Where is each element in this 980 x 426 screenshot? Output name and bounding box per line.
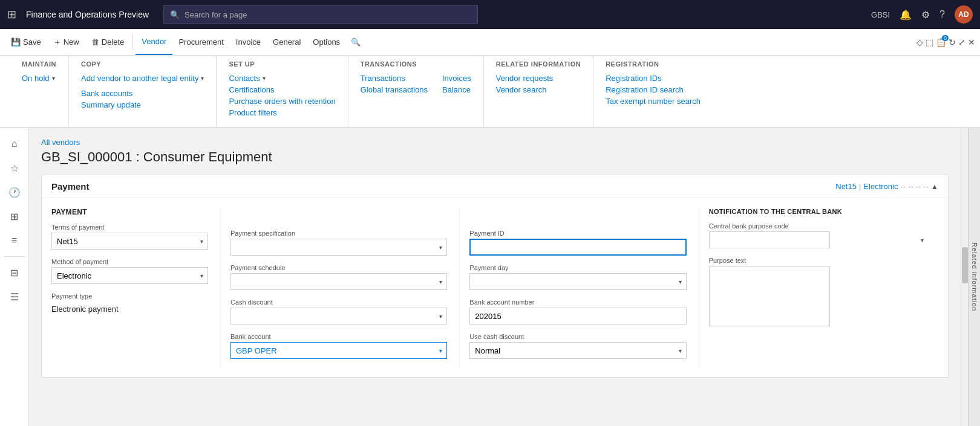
- tab-invoice[interactable]: Invoice: [230, 29, 267, 55]
- cash-discount-group: Cash discount ▾: [230, 299, 447, 324]
- main-layout: ⌂ ☆ 🕐 ⊞ ≡ ⊟ ☰ All vendors GB_SI_000001 :…: [0, 128, 980, 426]
- right-sidebar-panel[interactable]: Related information: [968, 128, 980, 426]
- sidebar-lines-icon[interactable]: ☰: [4, 286, 25, 308]
- tag-dash1: --: [900, 182, 906, 191]
- central-bank-select[interactable]: [709, 231, 830, 248]
- diamond-icon[interactable]: ◇: [916, 37, 923, 47]
- sidebar-home-icon[interactable]: ⌂: [4, 133, 25, 155]
- tag-dash4: --: [923, 182, 929, 191]
- payment-schedule-select[interactable]: [230, 273, 447, 290]
- payment-id-group: Payment ID: [469, 230, 686, 256]
- tag-dash3: --: [916, 182, 921, 191]
- global-search[interactable]: 🔍 Search for a page: [163, 5, 478, 24]
- contacts-arrow: ▾: [263, 75, 266, 82]
- scroll-thumb[interactable]: [962, 247, 968, 283]
- certifications-link[interactable]: Certifications: [229, 84, 335, 95]
- settings-icon[interactable]: ⚙: [921, 9, 930, 21]
- use-cash-discount-group: Use cash discount Normal ▾: [469, 333, 686, 359]
- payment-spec-select[interactable]: [230, 239, 447, 256]
- avatar[interactable]: AD: [955, 5, 973, 24]
- payment-type-label: Payment type: [51, 292, 208, 300]
- tab-general[interactable]: General: [267, 29, 307, 55]
- registration-title: Registration: [606, 60, 701, 68]
- refresh-icon[interactable]: ↻: [949, 37, 956, 47]
- sidebar-toggle-icon[interactable]: ⬚: [926, 37, 933, 47]
- page-title: GB_SI_000001 : Consumer Equipment: [41, 149, 949, 165]
- content-area: All vendors GB_SI_000001 : Consumer Equi…: [29, 128, 961, 426]
- tenant-label: GBSI: [871, 10, 890, 19]
- search-ribbon-icon[interactable]: 🔍: [351, 29, 361, 55]
- contacts-link[interactable]: Contacts ▾: [229, 73, 335, 84]
- balance-link[interactable]: Balance: [442, 84, 471, 95]
- method-select-wrapper: Electronic ▾: [51, 267, 208, 284]
- bank-accounts-link[interactable]: Bank accounts: [81, 88, 204, 99]
- payment-id-label: Payment ID: [469, 230, 686, 237]
- tab-procurement[interactable]: Procurement: [172, 29, 229, 55]
- tax-exempt-search-link[interactable]: Tax exempt number search: [606, 95, 701, 107]
- sidebar-star-icon[interactable]: ☆: [4, 157, 25, 179]
- cash-discount-select[interactable]: [230, 308, 447, 324]
- global-transactions-link[interactable]: Global transactions: [361, 84, 428, 95]
- on-hold-link[interactable]: On hold ▾: [22, 73, 56, 84]
- app-title: Finance and Operations Preview: [26, 10, 149, 19]
- notification-icon[interactable]: 🔔: [900, 9, 912, 21]
- bank-account-wrapper: GBP OPER ▾: [230, 342, 447, 359]
- terms-label: Terms of payment: [51, 224, 208, 231]
- product-filters-link[interactable]: Product filters: [229, 107, 335, 118]
- sidebar-list-icon[interactable]: ≡: [4, 230, 25, 251]
- payment-card: Payment Net15 | Electronic -- -- -- -- ▲…: [41, 175, 949, 378]
- breadcrumb[interactable]: All vendors: [41, 138, 949, 147]
- add-vendor-link[interactable]: Add vendor to another legal entity ▾: [81, 73, 204, 84]
- search-icon: 🔍: [170, 10, 180, 19]
- payment-type-group: Payment type Electronic payment: [51, 292, 208, 317]
- sidebar-icons: ⌂ ☆ 🕐 ⊞ ≡ ⊟ ☰: [0, 128, 29, 426]
- grid-icon[interactable]: ⊞: [7, 8, 16, 21]
- invoices-link[interactable]: Invoices: [442, 73, 471, 84]
- collapse-button[interactable]: ▲: [931, 182, 938, 191]
- method-of-payment-select[interactable]: Electronic: [51, 267, 208, 284]
- central-bank-code-group: Central bank purpose code ▾: [709, 222, 929, 248]
- vendor-requests-link[interactable]: Vendor requests: [496, 73, 581, 84]
- bank-account-number-label: Bank account number: [469, 299, 686, 306]
- close-icon[interactable]: ✕: [968, 37, 975, 47]
- save-button[interactable]: 💾 Save: [5, 29, 47, 55]
- related-info-title: Related information: [496, 60, 581, 68]
- registration-id-search-link[interactable]: Registration ID search: [606, 84, 701, 95]
- vendor-search-link[interactable]: Vendor search: [496, 84, 581, 95]
- tag-net15[interactable]: Net15: [835, 182, 857, 191]
- help-icon[interactable]: ?: [939, 9, 945, 20]
- purpose-text-group: Purpose text: [709, 257, 929, 328]
- payment-id-input[interactable]: [469, 239, 686, 256]
- ribbon-divider: [132, 34, 133, 50]
- tag-dash2: --: [908, 182, 913, 191]
- payment-spec-wrapper: ▾: [230, 239, 447, 256]
- new-button[interactable]: ＋ New: [47, 29, 85, 55]
- scrollbar[interactable]: [961, 128, 968, 426]
- bank-account-select[interactable]: GBP OPER: [230, 342, 447, 359]
- transactions-link[interactable]: Transactions: [361, 73, 428, 84]
- tab-options[interactable]: Options: [307, 29, 346, 55]
- delete-button[interactable]: 🗑 Delete: [85, 29, 131, 55]
- payment-spec-label: Payment specification: [230, 230, 447, 237]
- summary-update-link[interactable]: Summary update: [81, 99, 204, 111]
- payment-section-label: PAYMENT: [51, 208, 208, 216]
- purchase-orders-link[interactable]: Purchase orders with retention: [229, 95, 335, 107]
- tab-vendor[interactable]: Vendor: [136, 29, 172, 55]
- use-cash-discount-select[interactable]: Normal: [469, 342, 686, 359]
- payment-day-wrapper: ▾: [469, 273, 686, 290]
- tag-electronic[interactable]: Electronic: [863, 182, 898, 191]
- col-ids: Payment ID Payment day ▾ Bank ac: [460, 208, 699, 367]
- terms-select-wrapper: Net15 ▾: [51, 233, 208, 250]
- bank-account-number-input[interactable]: [469, 308, 686, 324]
- bank-account-label: Bank account: [230, 333, 447, 340]
- registration-ids-link[interactable]: Registration IDs: [606, 73, 701, 84]
- expand-icon[interactable]: ⤢: [958, 37, 965, 47]
- sidebar-clock-icon[interactable]: 🕐: [4, 181, 25, 203]
- payment-day-select[interactable]: [469, 273, 686, 290]
- notification-badge-icon[interactable]: 📋0: [936, 37, 946, 47]
- sidebar-filter-icon[interactable]: ⊟: [4, 262, 25, 283]
- purpose-text-input[interactable]: [709, 266, 830, 326]
- terms-of-payment-select[interactable]: Net15: [51, 233, 208, 250]
- sidebar-grid-icon[interactable]: ⊞: [4, 205, 25, 227]
- delete-icon: 🗑: [91, 37, 99, 47]
